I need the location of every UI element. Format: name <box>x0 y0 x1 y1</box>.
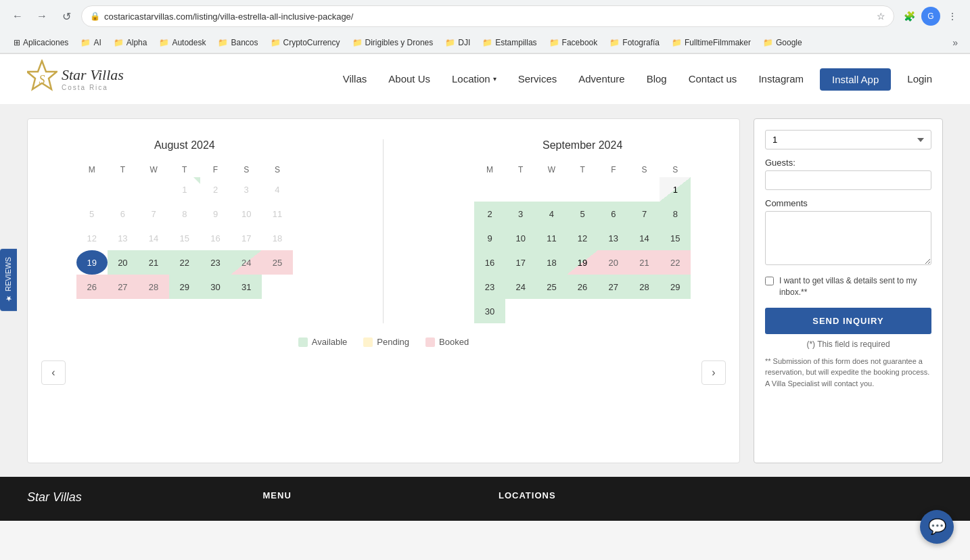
aug-22[interactable]: 22 <box>169 250 200 275</box>
bookmark-alpha[interactable]: 📁 Alpha <box>108 36 153 49</box>
sep-14[interactable]: 14 <box>629 226 660 250</box>
aug-8[interactable]: 8 <box>169 202 200 226</box>
sep-12[interactable]: 12 <box>567 226 598 250</box>
nav-instagram[interactable]: Instagram <box>747 54 814 105</box>
comments-textarea[interactable] <box>765 211 931 265</box>
aug-15[interactable]: 15 <box>169 226 200 250</box>
aug-20[interactable]: 20 <box>108 250 139 275</box>
sep-23[interactable]: 23 <box>474 275 505 299</box>
aug-29[interactable]: 29 <box>169 275 200 299</box>
sep-22[interactable]: 22 <box>660 250 691 275</box>
bookmark-google[interactable]: 📁 Google <box>758 36 808 49</box>
bookmark-ai[interactable]: 📁 AI <box>75 36 106 49</box>
aug-23[interactable]: 23 <box>200 250 231 275</box>
sep-25[interactable]: 25 <box>536 275 568 299</box>
aug-28[interactable]: 28 <box>138 275 169 299</box>
aug-1[interactable]: 1 <box>169 177 200 202</box>
send-inquiry-button[interactable]: SEND INQUIRY <box>765 308 931 334</box>
bookmarks-more-button[interactable]: » <box>948 35 962 50</box>
profile-button[interactable]: G <box>921 7 940 26</box>
sep-11[interactable]: 11 <box>536 226 568 250</box>
sep-5[interactable]: 5 <box>567 202 598 226</box>
sep-1[interactable]: 1 <box>660 177 691 202</box>
bookmark-fulltimefilmmaker[interactable]: 📁 FulltimeFilmmaker <box>666 36 756 49</box>
sep-17[interactable]: 17 <box>505 250 536 275</box>
nights-select[interactable]: 1 2 3 7 <box>765 130 931 149</box>
aug-26[interactable]: 26 <box>76 275 108 299</box>
nav-services[interactable]: Services <box>507 54 568 105</box>
aug-4[interactable]: 4 <box>262 177 293 202</box>
bookmark-dirigibles[interactable]: 📁 Dirigibles y Drones <box>347 36 439 49</box>
sep-19[interactable]: 19 <box>567 250 598 275</box>
bookmark-estampillas[interactable]: 📁 Estampillas <box>477 36 542 49</box>
sep-6[interactable]: 6 <box>598 202 629 226</box>
aug-19-today[interactable]: 19 <box>76 250 108 275</box>
sep-15[interactable]: 15 <box>660 226 691 250</box>
sep-16[interactable]: 16 <box>474 250 505 275</box>
nav-location[interactable]: Location ▾ <box>441 54 507 105</box>
calendar-prev-button[interactable]: ‹ <box>41 360 66 385</box>
aug-7[interactable]: 7 <box>138 202 169 226</box>
aug-13[interactable]: 13 <box>108 226 139 250</box>
nav-blog[interactable]: Blog <box>636 54 678 105</box>
back-button[interactable]: ← <box>8 7 27 26</box>
sep-8[interactable]: 8 <box>660 202 691 226</box>
sep-21[interactable]: 21 <box>629 250 660 275</box>
url-input[interactable] <box>104 11 873 22</box>
aug-5[interactable]: 5 <box>76 202 108 226</box>
nav-adventure[interactable]: Adventure <box>568 54 635 105</box>
aug-3[interactable]: 3 <box>231 177 262 202</box>
bookmark-dji[interactable]: 📁 DJI <box>440 36 476 49</box>
nav-villas[interactable]: Villas <box>332 54 378 105</box>
bookmark-cryptocurrency[interactable]: 📁 CryptoCurrency <box>265 36 346 49</box>
nav-login[interactable]: Login <box>896 54 943 105</box>
aug-31[interactable]: 31 <box>231 275 262 299</box>
sep-27[interactable]: 27 <box>598 275 629 299</box>
aug-27[interactable]: 27 <box>108 275 139 299</box>
reload-button[interactable]: ↺ <box>57 7 76 26</box>
sep-10[interactable]: 10 <box>505 226 536 250</box>
sep-28[interactable]: 28 <box>629 275 660 299</box>
reviews-tab[interactable]: ★ REVIEWS <box>0 249 17 311</box>
bookmark-autodesk[interactable]: 📁 Autodesk <box>154 36 211 49</box>
sep-29[interactable]: 29 <box>660 275 691 299</box>
aug-16[interactable]: 16 <box>200 226 231 250</box>
nav-about-us[interactable]: About Us <box>377 54 441 105</box>
sep-30[interactable]: 30 <box>474 299 505 323</box>
guests-input[interactable] <box>765 170 931 190</box>
sep-2[interactable]: 2 <box>474 202 505 226</box>
aug-12[interactable]: 12 <box>76 226 108 250</box>
extensions-button[interactable]: 🧩 <box>900 7 919 26</box>
sep-9[interactable]: 9 <box>474 226 505 250</box>
nav-install-app[interactable]: Install App <box>820 68 891 91</box>
sep-24[interactable]: 24 <box>505 275 536 299</box>
aug-11[interactable]: 11 <box>262 202 293 226</box>
aug-18[interactable]: 18 <box>262 226 293 250</box>
menu-button[interactable]: ⋮ <box>943 7 962 26</box>
aug-10[interactable]: 10 <box>231 202 262 226</box>
newsletter-checkbox[interactable] <box>765 277 774 285</box>
bookmark-bancos[interactable]: 📁 Bancos <box>212 36 263 49</box>
bookmark-fotografia[interactable]: 📁 Fotografía <box>604 36 665 49</box>
aug-6[interactable]: 6 <box>108 202 139 226</box>
aug-24[interactable]: 24 <box>231 250 262 275</box>
calendar-next-button[interactable]: › <box>701 360 726 385</box>
bookmark-facebook[interactable]: 📁 Facebook <box>544 36 603 49</box>
aug-21[interactable]: 21 <box>138 250 169 275</box>
sep-26[interactable]: 26 <box>567 275 598 299</box>
bookmark-aplicaciones[interactable]: ⊞ Aplicaciones <box>8 36 74 49</box>
sep-7[interactable]: 7 <box>629 202 660 226</box>
aug-2[interactable]: 2 <box>200 177 231 202</box>
sep-20[interactable]: 20 <box>598 250 629 275</box>
aug-25[interactable]: 25 <box>262 250 293 275</box>
aug-9[interactable]: 9 <box>200 202 231 226</box>
sep-13[interactable]: 13 <box>598 226 629 250</box>
aug-14[interactable]: 14 <box>138 226 169 250</box>
site-logo[interactable]: S Star Villas Costa Rica <box>27 60 124 99</box>
forward-button[interactable]: → <box>32 7 51 26</box>
sep-3[interactable]: 3 <box>505 202 536 226</box>
aug-30[interactable]: 30 <box>200 275 231 299</box>
sep-4[interactable]: 4 <box>536 202 568 226</box>
sep-18[interactable]: 18 <box>536 250 568 275</box>
nav-contact[interactable]: Contact us <box>678 54 748 105</box>
